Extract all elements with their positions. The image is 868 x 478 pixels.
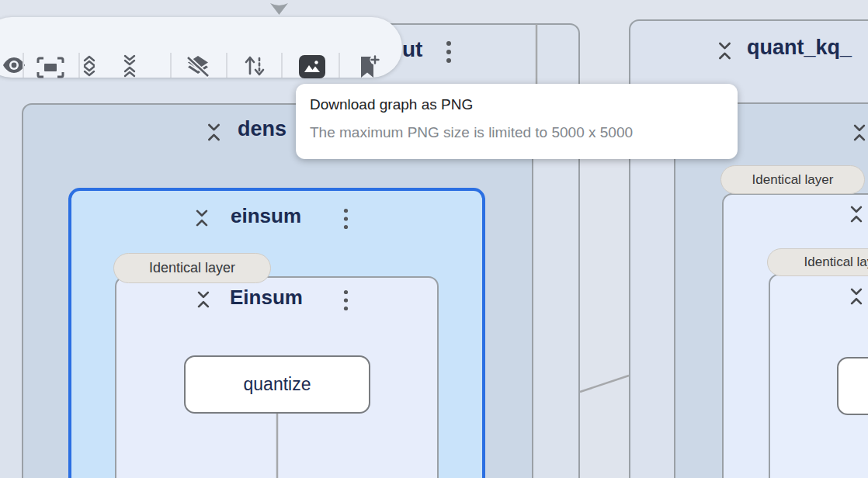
group-einsum-title: einsum bbox=[231, 204, 301, 228]
layers-off-icon[interactable] bbox=[185, 54, 211, 79]
tooltip-subtitle: The maximum PNG size is limited to 5000 … bbox=[310, 124, 724, 141]
badge-label: Identical layer bbox=[804, 255, 868, 270]
identical-layer-badge: Identical layer bbox=[113, 253, 271, 283]
expand-all-icon[interactable] bbox=[79, 54, 99, 78]
collapse-layer-icon[interactable] bbox=[846, 286, 866, 307]
collapse-layer-icon[interactable] bbox=[203, 121, 224, 144]
quantize-node[interactable]: quantize bbox=[184, 355, 370, 414]
kebab-menu-icon[interactable] bbox=[446, 40, 452, 64]
group-quant-kq-title: quant_kq_ bbox=[747, 36, 852, 60]
collapse-layer-icon[interactable] bbox=[193, 289, 214, 310]
edge-arrowhead-icon bbox=[270, 3, 288, 15]
model-graph-canvas: quantize Identical layer Identical layer… bbox=[0, 0, 868, 478]
download-png-tooltip: Download graph as PNG The maximum PNG si… bbox=[296, 84, 738, 159]
graph-toolbar bbox=[0, 17, 402, 78]
badge-label: Identical layer bbox=[752, 172, 834, 188]
bookmark-add-icon[interactable] bbox=[359, 55, 380, 79]
quantize-node-label: quantize bbox=[244, 374, 311, 395]
fit-screen-icon[interactable] bbox=[36, 57, 64, 78]
collapse-layer-icon[interactable] bbox=[192, 207, 212, 229]
image-icon[interactable] bbox=[299, 55, 325, 78]
tooltip-title: Download graph as PNG bbox=[310, 96, 724, 113]
collapse-layer-icon[interactable] bbox=[714, 40, 735, 62]
kebab-menu-icon[interactable] bbox=[343, 208, 349, 230]
group-dens-title: dens bbox=[238, 117, 286, 141]
identical-layer-badge: Identical layer bbox=[767, 248, 868, 276]
badge-label: Identical layer bbox=[149, 260, 235, 276]
collapse-layer-icon[interactable] bbox=[846, 203, 866, 225]
collapse-all-icon[interactable] bbox=[120, 54, 140, 78]
group-einsum-inner-title: Einsum bbox=[230, 286, 303, 310]
group-outer-left-title: ut bbox=[402, 37, 422, 62]
right-op-node[interactable] bbox=[837, 357, 868, 415]
identical-layer-badge: Identical layer bbox=[720, 165, 865, 194]
collapse-layer-icon[interactable] bbox=[849, 122, 868, 144]
kebab-menu-icon[interactable] bbox=[343, 289, 349, 311]
swap-vert-icon[interactable] bbox=[243, 54, 266, 78]
